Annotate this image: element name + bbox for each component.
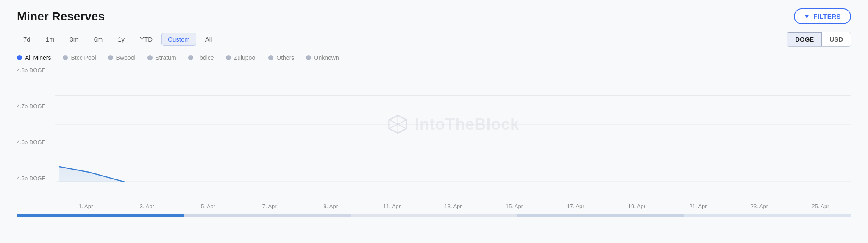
x-axis-labels: 1. Apr3. Apr5. Apr7. Apr9. Apr11. Apr13.…: [17, 203, 851, 209]
x-label-4: 9. Apr: [300, 203, 361, 209]
x-label-3: 7. Apr: [239, 203, 300, 209]
legend-item-stratum[interactable]: Stratum: [147, 54, 176, 61]
time-button-group: 7d1m3m6m1yYTDCustomAll: [17, 33, 218, 46]
x-label-5: 11. Apr: [361, 203, 422, 209]
time-btn-7d[interactable]: 7d: [17, 33, 37, 46]
page: Miner Reserves ▼ FILTERS 7d1m3m6m1yYTDCu…: [0, 0, 868, 243]
header-row: Miner Reserves ▼ FILTERS: [17, 8, 851, 24]
x-label-11: 23. Apr: [729, 203, 790, 209]
x-label-6: 13. Apr: [423, 203, 484, 209]
legend-dot-all-miners: [17, 55, 22, 60]
currency-toggle: DOGEUSD: [787, 32, 851, 47]
chart-with-axes: IntoTheBlock 4.8b DOGE4.7b DOGE4.6b DOGE…: [17, 67, 851, 201]
time-btn-6m[interactable]: 6m: [87, 33, 109, 46]
chart-svg: [55, 67, 851, 182]
x-label-1: 3. Apr: [116, 203, 177, 209]
legend-dot-stratum: [147, 55, 153, 60]
time-btn-custom[interactable]: Custom: [161, 33, 196, 46]
time-btn-ytd[interactable]: YTD: [134, 33, 159, 46]
x-label-7: 15. Apr: [484, 203, 545, 209]
legend-dot-tbdice: [188, 55, 193, 60]
y-axis: [17, 67, 53, 182]
bottom-segment-all: [17, 214, 184, 217]
legend-dot-bwpool: [108, 55, 113, 60]
x-label-2: 5. Apr: [178, 203, 239, 209]
legend-item-others[interactable]: Others: [268, 54, 294, 61]
legend-item-bwpool[interactable]: Bwpool: [108, 54, 136, 61]
bottom-segment-stratum: [517, 214, 684, 217]
filters-button[interactable]: ▼ FILTERS: [794, 8, 851, 24]
legend-item-zulupool[interactable]: Zulupool: [226, 54, 257, 61]
x-label-10: 21. Apr: [668, 203, 729, 209]
time-btn-all[interactable]: All: [199, 33, 219, 46]
legend-dot-unknown: [306, 55, 311, 60]
legend-dot-others: [268, 55, 273, 60]
controls-row: 7d1m3m6m1yYTDCustomAll DOGEUSD: [17, 32, 851, 47]
legend-item-tbdice[interactable]: Tbdice: [188, 54, 214, 61]
time-btn-1y[interactable]: 1y: [111, 33, 131, 46]
chart-svg-container: IntoTheBlock: [55, 67, 851, 182]
time-btn-1m[interactable]: 1m: [39, 33, 61, 46]
bottom-bar: [17, 214, 851, 217]
legend-dot-btcc-pool: [63, 55, 68, 60]
x-label-9: 19. Apr: [606, 203, 667, 209]
legend-row: All MinersBtcc PoolBwpoolStratumTbdiceZu…: [17, 54, 851, 61]
chart-area: [59, 167, 847, 182]
bottom-segment-btcc: [184, 214, 351, 217]
chart-line: [59, 167, 847, 182]
time-btn-3m[interactable]: 3m: [64, 33, 85, 46]
filter-icon: ▼: [804, 13, 810, 20]
bottom-segment-bwpool: [351, 214, 517, 217]
currency-btn-usd[interactable]: USD: [822, 32, 851, 46]
legend-dot-zulupool: [226, 55, 231, 60]
x-label-12: 25. Apr: [790, 203, 851, 209]
bottom-segment-tbdice: [684, 214, 851, 217]
x-label-0: 1. Apr: [55, 203, 116, 209]
currency-btn-doge[interactable]: DOGE: [787, 32, 822, 46]
x-label-8: 17. Apr: [545, 203, 606, 209]
page-title: Miner Reserves: [17, 10, 105, 23]
legend-item-all-miners[interactable]: All Miners: [17, 54, 51, 61]
legend-item-unknown[interactable]: Unknown: [306, 54, 339, 61]
legend-item-btcc-pool[interactable]: Btcc Pool: [63, 54, 96, 61]
